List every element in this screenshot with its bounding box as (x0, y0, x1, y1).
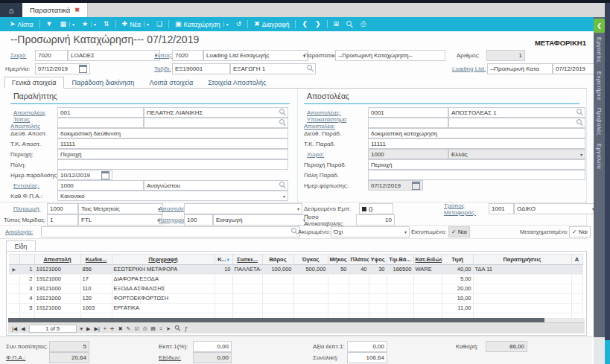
dropdown-caret-icon[interactable]: ▾ (223, 22, 229, 27)
pointer-icon[interactable]: ➤ (166, 326, 171, 331)
nav-tab-2[interactable]: Παράδοση διακίνηση (66, 77, 142, 88)
table-cell[interactable] (215, 275, 232, 284)
table-cell[interactable] (328, 275, 349, 284)
export-grid-icon[interactable]: ▤ (150, 326, 156, 331)
nav-tab-4[interactable]: Στοιχεία Αποστολής (201, 77, 273, 88)
text-input[interactable] (57, 159, 288, 170)
table-cell[interactable] (369, 275, 387, 284)
trip-code-input[interactable]: ΕΞ190001 (172, 63, 230, 74)
insert-row-icon[interactable]: + (104, 326, 107, 331)
type-select[interactable]: Loading List Εισαγωγής (203, 50, 308, 61)
table-cell[interactable] (571, 284, 582, 294)
delete-row-icon[interactable]: ✖ (118, 326, 123, 331)
table-cell[interactable]: 11,00 (442, 304, 473, 313)
table-cell[interactable] (473, 284, 571, 294)
code-input[interactable] (368, 118, 448, 128)
column-header-13[interactable]: Τιμ.Βά... (387, 255, 413, 265)
reason-input[interactable] (41, 226, 300, 237)
copy-button[interactable]: ❏ (153, 17, 166, 31)
text-input[interactable]: Περιοχή (57, 149, 288, 159)
table-cell[interactable] (349, 294, 369, 304)
table-cell[interactable]: 40,00 (442, 265, 473, 275)
table-cell[interactable] (215, 304, 232, 313)
date-input[interactable]: 10/12/2019 (57, 170, 112, 180)
grid-tab-items[interactable]: Είδη (6, 240, 36, 251)
table-cell[interactable]: 19121000 (34, 304, 80, 313)
table-cell[interactable] (328, 284, 349, 294)
footer-label[interactable]: Εξόδων: (159, 354, 193, 361)
calendar-icon[interactable] (412, 182, 420, 190)
column-header-5[interactable]: Περιγραφή (112, 255, 215, 265)
dropdown-caret-icon[interactable]: ▾ (144, 22, 149, 27)
column-header-4[interactable]: Κωδικ... (80, 255, 112, 265)
undo-button[interactable]: ↺ (232, 17, 246, 31)
transformed-checkbox[interactable]: ✓Ναι (569, 226, 591, 237)
field-label[interactable]: Εντολέας: (10, 182, 57, 189)
column-header-9[interactable]: Όγκος (293, 255, 328, 265)
last-icon[interactable]: ▶| (95, 326, 100, 331)
table-cell[interactable]: ΕΞΟΔΑ ΑΣΦΑΛΙΣΗΣ (112, 284, 215, 294)
trip-label[interactable]: Ταξίδι: (154, 66, 172, 72)
table-cell[interactable]: 19121000 (34, 265, 80, 275)
column-header-3[interactable]: Αποστολή (34, 255, 80, 265)
search-icon[interactable] (291, 228, 298, 235)
series-label[interactable]: Σειρά: (10, 52, 35, 59)
footer-label[interactable]: Φ.Π.Α.: (6, 354, 49, 361)
table-row[interactable]: 5191210001003ΕΡΓΑΤΙΚΑ11,00 (9, 304, 582, 313)
sidebar-item-2[interactable]: Ευρετήρια (596, 71, 603, 100)
desc-input[interactable] (448, 118, 585, 128)
search-icon[interactable] (279, 182, 286, 189)
previous-icon[interactable]: ◀ (21, 326, 25, 331)
new-button[interactable]: ✚Νέα▾ (118, 17, 153, 31)
code-input[interactable]: 1000 (57, 180, 144, 191)
table-cell[interactable] (571, 294, 582, 304)
table-cell[interactable]: ΦΟΡΤΟΕΚΦΟΡΤΩΣΗ (112, 294, 215, 304)
field-label[interactable]: Αποστολέας (10, 109, 57, 116)
sort-button[interactable]: ⇅ (100, 17, 113, 31)
layout-icon[interactable]: = (159, 326, 162, 331)
type-code-input[interactable]: 7020 (172, 50, 203, 61)
table-cell[interactable]: 5 (19, 304, 34, 313)
footer-value-input[interactable]: 106,64 (347, 352, 387, 363)
table-cell[interactable] (293, 304, 328, 313)
home-button[interactable]: ⌂ (0, 3, 22, 17)
column-header-15[interactable]: Τιμή (442, 255, 473, 265)
lot-type-code-input[interactable]: 1 (47, 214, 78, 226)
pager-position[interactable]: 1 of 5 (29, 325, 77, 333)
lot-type-select[interactable]: FTL (78, 214, 162, 226)
table-cell[interactable] (349, 304, 369, 313)
table-cell[interactable]: 110 (80, 284, 112, 294)
table-cell[interactable]: 856 (80, 265, 112, 275)
table-cell[interactable] (473, 294, 571, 304)
nav-tab-3[interactable]: Λοιπά στοιχεία (142, 77, 200, 88)
payment-code-input[interactable]: 1000 (47, 203, 78, 214)
table-cell[interactable] (262, 294, 293, 304)
formula-icon[interactable]: ƒ (185, 326, 188, 331)
table-cell[interactable]: 10 (215, 265, 232, 275)
table-cell[interactable]: 4 (19, 294, 34, 304)
table-cell[interactable]: 19121000 (34, 284, 80, 294)
table-cell[interactable] (349, 284, 369, 294)
next-icon[interactable]: ▶ (86, 326, 90, 331)
text-input[interactable]: Περιοχή (368, 159, 585, 170)
filter-button[interactable]: ▼ (42, 17, 57, 31)
payment-select[interactable]: Τοις Μετρητοίς (78, 203, 163, 214)
text-input[interactable]: δοκιμαστική διεύθυνση (57, 128, 288, 138)
table-cell[interactable] (369, 294, 387, 304)
loading-list-label[interactable]: Loading List: (452, 66, 487, 72)
table-cell[interactable] (571, 304, 582, 313)
records-button[interactable]: ⊞ (330, 17, 343, 31)
table-cell[interactable]: 1 (19, 265, 34, 275)
desc-input[interactable]: Αναγνώστου (144, 180, 288, 191)
save-button[interactable]: ▣Καταχώρηση▾ (171, 17, 232, 31)
table-cell[interactable] (369, 304, 387, 313)
first-icon[interactable]: |◀ (12, 326, 17, 331)
printed-checkbox[interactable]: ✓Ναι (448, 226, 470, 237)
field-label[interactable]: Χώρα: (304, 151, 368, 158)
transport-mode-label[interactable]: Τρόπος Μεταφοράς: (444, 202, 489, 216)
loading-list-input[interactable]: --Προσωρινή Κατα (487, 63, 553, 74)
columns-button[interactable]: ▦▾ (56, 17, 78, 31)
search-grid-icon[interactable] (175, 325, 180, 331)
table-cell[interactable]: 5,00 (442, 275, 473, 284)
table-cell[interactable] (293, 284, 328, 294)
